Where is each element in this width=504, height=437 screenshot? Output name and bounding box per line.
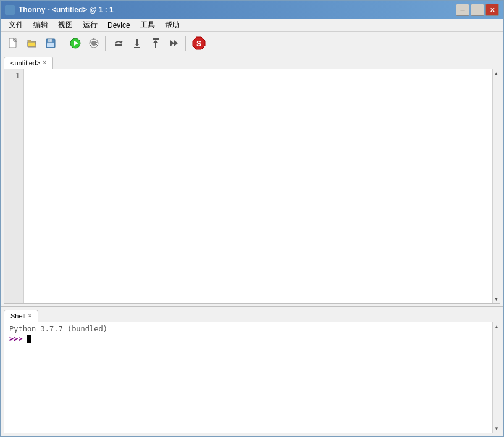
menu-tools[interactable]: 工具 <box>135 19 160 31</box>
menu-view[interactable]: 视图 <box>53 19 78 31</box>
open-button[interactable] <box>23 35 41 52</box>
shell-tab-label: Shell <box>10 312 25 320</box>
shell-tab[interactable]: Shell × <box>4 310 38 322</box>
stop-button[interactable]: S <box>190 35 208 52</box>
editor-frame: 1 ▲ ▼ <box>4 69 500 304</box>
step-over-button[interactable] <box>110 35 127 52</box>
step-out-icon <box>150 38 161 49</box>
shell-prompt-line: >>> <box>9 335 487 343</box>
resume-icon <box>169 38 180 49</box>
main-window: Thonny - <untitled> @ 1 : 1 ─ □ ✕ 文件 编辑 … <box>0 0 504 437</box>
svg-point-9 <box>91 41 96 46</box>
stop-icon: S <box>192 36 206 50</box>
minimize-button[interactable]: ─ <box>456 4 469 16</box>
new-button[interactable] <box>5 35 22 52</box>
shell-prompt: >>> <box>9 335 23 343</box>
debug-button[interactable] <box>85 35 103 52</box>
run-button[interactable] <box>67 35 84 52</box>
menu-file[interactable]: 文件 <box>4 19 28 31</box>
svg-rect-3 <box>48 39 52 42</box>
shell-container: Shell × Python 3.7.7 (bundled) >>> ▲ ▼ <box>1 306 503 436</box>
resume-button[interactable] <box>166 35 183 52</box>
shell-scroll-down[interactable]: ▼ <box>493 424 500 433</box>
svg-rect-4 <box>47 43 54 47</box>
svg-marker-21 <box>153 40 158 43</box>
svg-marker-23 <box>170 40 174 46</box>
step-over-icon <box>113 38 124 49</box>
toolbar: S <box>1 32 503 54</box>
run-icon <box>70 38 81 49</box>
editor-container: <untitled> × 1 ▲ ▼ <box>1 54 503 306</box>
toolbar-sep-3 <box>185 36 188 51</box>
editor-scrollbar[interactable]: ▲ ▼ <box>492 69 500 303</box>
close-button[interactable]: ✕ <box>485 4 499 16</box>
window-controls: ─ □ ✕ <box>456 4 499 16</box>
save-button[interactable] <box>42 35 59 52</box>
shell-scroll-up[interactable]: ▲ <box>493 322 500 331</box>
line-number-1: 1 <box>8 72 20 80</box>
menu-help[interactable]: 帮助 <box>160 19 185 31</box>
shell-scroll-track[interactable] <box>493 331 500 424</box>
title-bar: Thonny - <untitled> @ 1 : 1 ─ □ ✕ <box>1 1 503 19</box>
toolbar-sep-1 <box>62 36 64 51</box>
title-text: Thonny - <untitled> @ 1 : 1 <box>19 6 456 14</box>
shell-frame: Python 3.7.7 (bundled) >>> ▲ ▼ <box>4 322 500 433</box>
shell-tabs: Shell × <box>4 310 500 322</box>
editor-tab-close[interactable]: × <box>43 60 46 66</box>
line-numbers: 1 <box>4 69 24 303</box>
svg-rect-5 <box>49 39 50 41</box>
editor-tab-untitled[interactable]: <untitled> × <box>4 57 53 69</box>
menu-device[interactable]: Device <box>103 20 135 31</box>
shell-content[interactable]: Python 3.7.7 (bundled) >>> <box>4 322 492 433</box>
maximize-button[interactable]: □ <box>471 4 484 16</box>
menu-run[interactable]: 运行 <box>78 19 103 31</box>
shell-cursor <box>27 335 32 343</box>
shell-python-info: Python 3.7.7 (bundled) <box>9 325 487 333</box>
scroll-thumb-area[interactable] <box>493 78 500 294</box>
scroll-up-arrow[interactable]: ▲ <box>493 69 500 78</box>
app-icon <box>5 5 15 15</box>
menu-edit[interactable]: 编辑 <box>28 19 53 31</box>
svg-text:S: S <box>196 40 201 48</box>
step-out-button[interactable] <box>147 35 164 52</box>
editor-tab-label: <untitled> <box>10 59 40 67</box>
editor-content[interactable] <box>24 69 492 303</box>
save-icon <box>45 38 56 49</box>
svg-marker-24 <box>174 40 178 46</box>
svg-marker-18 <box>135 44 140 46</box>
shell-scrollbar[interactable]: ▲ ▼ <box>492 322 500 433</box>
scroll-down-arrow[interactable]: ▼ <box>493 294 500 303</box>
menu-bar: 文件 编辑 视图 运行 Device 工具 帮助 <box>1 19 503 32</box>
shell-tab-close[interactable]: × <box>28 313 32 319</box>
debug-icon <box>88 38 99 49</box>
new-icon <box>8 38 19 49</box>
step-into-icon <box>132 38 143 49</box>
step-into-button[interactable] <box>128 35 146 52</box>
editor-tabs: <untitled> × <box>4 57 500 69</box>
toolbar-sep-2 <box>105 36 107 51</box>
open-icon <box>27 38 38 49</box>
